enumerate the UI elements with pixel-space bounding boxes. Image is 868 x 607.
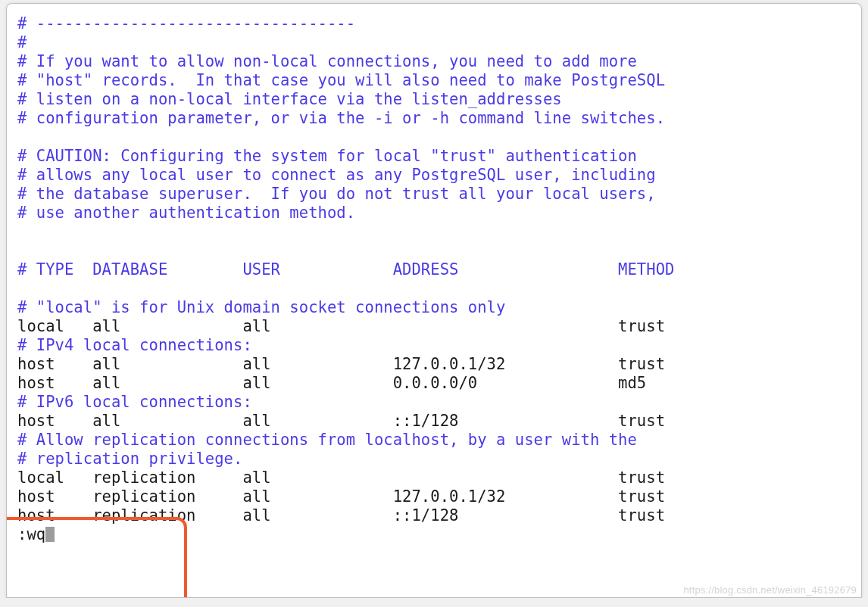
editor-line: # CAUTION: Configuring the system for lo… (17, 147, 637, 165)
editor-line: # allows any local user to connect as an… (17, 166, 656, 184)
editor-line: # IPv4 local connections: (17, 336, 252, 354)
editor-line: local all all trust (17, 317, 665, 335)
vim-command-line[interactable]: :wq (17, 525, 45, 543)
editor-line: # If you want to allow non-local connect… (17, 52, 637, 70)
editor-line: # "host" records. In that case you will … (17, 71, 665, 89)
editor-line: # configuration parameter, or via the -i… (17, 109, 665, 127)
terminal-window: # ---------------------------------- # #… (6, 3, 862, 598)
editor-line: host replication all 127.0.0.1/32 trust (17, 487, 665, 506)
editor-line: # replication privilege. (17, 450, 242, 468)
editor-line: # (17, 33, 27, 51)
editor-line: local replication all trust (17, 468, 665, 487)
editor-line: # Allow replication connections from loc… (17, 431, 637, 449)
editor-line: # IPv6 local connections: (17, 393, 252, 411)
editor-line: host all all 0.0.0.0/0 md5 (17, 374, 646, 392)
editor-line: # listen on a non-local interface via th… (17, 90, 562, 108)
editor-area[interactable]: # ---------------------------------- # #… (7, 4, 861, 544)
editor-line: # ---------------------------------- (17, 14, 355, 33)
editor-line: # use another authentication method. (17, 204, 355, 222)
editor-line: host all all 127.0.0.1/32 trust (17, 355, 665, 373)
editor-line: host replication all ::1/128 trust (17, 506, 665, 525)
editor-line: host all all ::1/128 trust (17, 412, 665, 430)
cursor-block (45, 527, 55, 542)
editor-line: # the database superuser. If you do not … (17, 185, 656, 203)
editor-line: # TYPE DATABASE USER ADDRESS METHOD (17, 260, 674, 279)
watermark-text: https://blog.csdn.net/weixin_46192679 (683, 584, 857, 596)
editor-line: # "local" is for Unix domain socket conn… (17, 298, 505, 316)
